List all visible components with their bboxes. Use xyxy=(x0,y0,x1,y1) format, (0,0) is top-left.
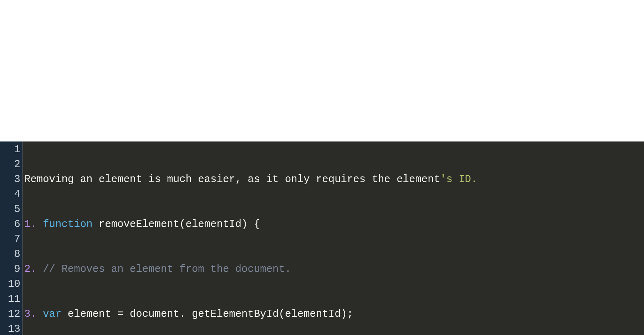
code-token-keyword: var xyxy=(37,308,62,320)
code-line[interactable]: 1. function removeElement(elementId) { xyxy=(24,217,644,232)
code-token xyxy=(37,263,43,275)
code-line[interactable]: 3. var element = document. getElementByI… xyxy=(24,307,644,322)
line-number: 8 xyxy=(0,247,20,262)
line-number-gutter: 1 2 3 4 5 6 7 8 9 10 11 12 13 xyxy=(0,141,23,335)
code-token-keyword: function xyxy=(37,218,93,230)
code-token-number: 2. xyxy=(24,263,37,275)
line-number: 1 xyxy=(0,142,20,157)
code-content[interactable]: Removing an element is much easier, as i… xyxy=(23,141,644,335)
line-number: 10 xyxy=(0,277,20,292)
line-number: 12 xyxy=(0,307,20,322)
line-number: 9 xyxy=(0,262,20,277)
code-token: removeElement(elementId) { xyxy=(92,218,260,230)
code-token-comment: // Removes an element from the document. xyxy=(43,263,291,275)
line-number: 7 xyxy=(0,232,20,247)
code-line[interactable]: 2. // Removes an element from the docume… xyxy=(24,262,644,277)
code-editor[interactable]: 1 2 3 4 5 6 7 8 9 10 11 12 13 Removing a… xyxy=(0,141,644,335)
line-number: 6 xyxy=(0,217,20,232)
line-number: 4 xyxy=(0,187,20,202)
line-number: 2 xyxy=(0,157,20,172)
line-number: 3 xyxy=(0,172,20,187)
code-line[interactable]: Removing an element is much easier, as i… xyxy=(24,172,644,187)
line-number: 11 xyxy=(0,292,20,307)
line-number: 5 xyxy=(0,202,20,217)
code-token-number: 1. xyxy=(24,218,37,230)
code-token-number: 3. xyxy=(24,308,37,320)
code-token: Removing an element is much easier, as i… xyxy=(24,174,440,185)
code-token-string: 's ID. xyxy=(440,174,477,185)
blank-area xyxy=(0,0,644,141)
line-number: 13 xyxy=(0,322,20,335)
code-token: element = document. getElementById(eleme… xyxy=(61,308,353,320)
